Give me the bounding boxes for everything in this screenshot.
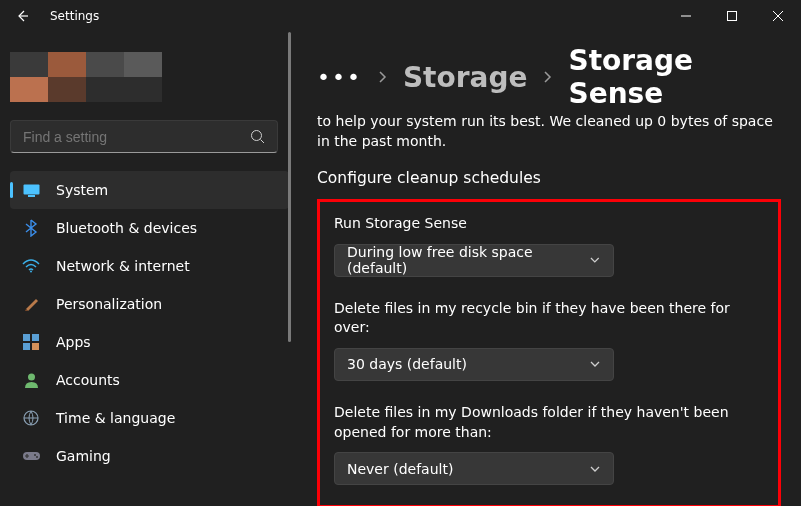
apps-icon <box>22 333 40 351</box>
brush-icon <box>22 295 40 313</box>
breadcrumb-parent[interactable]: Storage <box>403 61 528 94</box>
window-controls <box>663 0 801 32</box>
svg-rect-7 <box>23 343 30 350</box>
sidebar-item-time-language[interactable]: Time & language <box>10 399 289 437</box>
maximize-button[interactable] <box>709 0 755 32</box>
section-heading: Configure cleanup schedules <box>317 169 781 187</box>
svg-rect-0 <box>728 12 737 21</box>
sidebar: System Bluetooth & devices Network & int… <box>0 32 293 506</box>
chevron-down-icon <box>589 360 601 368</box>
wifi-icon <box>22 257 40 275</box>
avatar <box>10 52 162 102</box>
run-sense-label: Run Storage Sense <box>334 214 764 234</box>
window-title: Settings <box>50 9 99 23</box>
sidebar-item-label: Gaming <box>56 448 111 464</box>
svg-rect-2 <box>23 184 39 194</box>
maximize-icon <box>727 11 737 21</box>
sidebar-scrollbar[interactable] <box>288 32 291 506</box>
sidebar-item-label: System <box>56 182 108 198</box>
gaming-icon <box>22 447 40 465</box>
breadcrumb-overflow[interactable]: ••• <box>317 65 362 90</box>
person-icon <box>22 371 40 389</box>
run-sense-dropdown[interactable]: During low free disk space (default) <box>334 244 614 277</box>
dropdown-value: 30 days (default) <box>347 356 467 372</box>
sidebar-item-label: Apps <box>56 334 91 350</box>
sidebar-item-label: Time & language <box>56 410 175 426</box>
svg-point-1 <box>252 131 262 141</box>
recycle-dropdown[interactable]: 30 days (default) <box>334 348 614 381</box>
close-button[interactable] <box>755 0 801 32</box>
svg-rect-5 <box>23 334 30 341</box>
sidebar-item-apps[interactable]: Apps <box>10 323 289 361</box>
globe-icon <box>22 409 40 427</box>
svg-point-12 <box>34 454 36 456</box>
sidebar-item-personalization[interactable]: Personalization <box>10 285 289 323</box>
downloads-label: Delete files in my Downloads folder if t… <box>334 403 764 442</box>
search-input[interactable] <box>23 129 250 145</box>
chevron-down-icon <box>589 465 601 473</box>
search-box[interactable] <box>10 120 278 153</box>
svg-point-9 <box>28 374 35 381</box>
recycle-label: Delete files in my recycle bin if they h… <box>334 299 764 338</box>
dropdown-value: During low free disk space (default) <box>347 244 589 276</box>
breadcrumb: ••• Storage Storage Sense <box>317 42 781 112</box>
sidebar-item-label: Personalization <box>56 296 162 312</box>
sidebar-item-gaming[interactable]: Gaming <box>10 437 289 475</box>
titlebar: Settings <box>0 0 801 32</box>
sidebar-item-label: Network & internet <box>56 258 190 274</box>
search-icon <box>250 129 265 144</box>
config-schedules-box: Run Storage Sense During low free disk s… <box>317 199 781 506</box>
back-button[interactable] <box>14 8 30 24</box>
close-icon <box>773 11 783 21</box>
sidebar-item-label: Accounts <box>56 372 120 388</box>
sidebar-item-network[interactable]: Network & internet <box>10 247 289 285</box>
sidebar-item-system[interactable]: System <box>10 171 289 209</box>
chevron-right-icon <box>378 70 387 84</box>
dropdown-value: Never (default) <box>347 461 453 477</box>
minimize-button[interactable] <box>663 0 709 32</box>
svg-point-13 <box>36 456 38 458</box>
chevron-down-icon <box>589 256 601 264</box>
svg-point-4 <box>30 271 32 273</box>
main-content: ••• Storage Storage Sense to help your s… <box>293 32 801 506</box>
nav-list: System Bluetooth & devices Network & int… <box>10 171 289 475</box>
arrow-left-icon <box>15 9 29 23</box>
description-text: to help your system run its best. We cle… <box>317 112 781 151</box>
sidebar-item-bluetooth[interactable]: Bluetooth & devices <box>10 209 289 247</box>
minimize-icon <box>681 11 691 21</box>
svg-rect-8 <box>32 343 39 350</box>
downloads-dropdown[interactable]: Never (default) <box>334 452 614 485</box>
svg-rect-3 <box>28 195 35 197</box>
page-title: Storage Sense <box>568 44 781 110</box>
chevron-right-icon <box>543 70 552 84</box>
bluetooth-icon <box>22 219 40 237</box>
sidebar-item-label: Bluetooth & devices <box>56 220 197 236</box>
sidebar-item-accounts[interactable]: Accounts <box>10 361 289 399</box>
svg-rect-6 <box>32 334 39 341</box>
display-icon <box>22 181 40 199</box>
